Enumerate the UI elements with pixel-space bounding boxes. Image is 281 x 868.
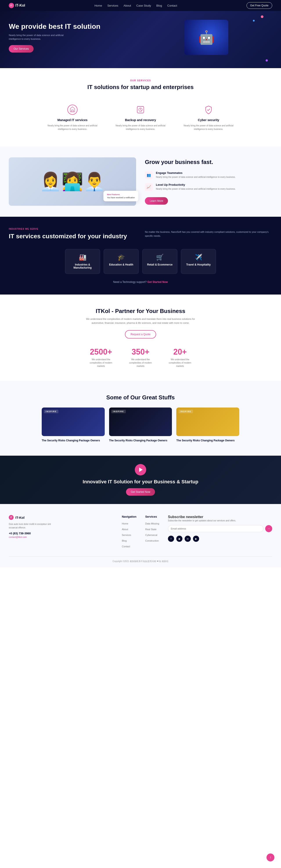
footer-nav-services[interactable]: Services	[122, 533, 136, 537]
industry-card-travel[interactable]: ✈️ Travel & Hospitality	[181, 249, 216, 274]
cyber-icon	[203, 104, 214, 115]
request-quote-button[interactable]: Request a Quote	[125, 330, 156, 339]
get-free-quote-button[interactable]: Get Free Quote	[247, 2, 272, 9]
stuff-bg-3: INSPIRE	[176, 407, 239, 436]
hero-content: We provide best IT solution Nearly bring…	[9, 22, 141, 53]
newsletter-submit-button[interactable]	[265, 525, 272, 532]
instagram-icon[interactable]: ◉	[176, 536, 182, 542]
industry-card-manufacturing[interactable]: 🏭 Industries & Manufacturing	[65, 249, 100, 274]
service-card-backup: Backup and recovery Nearly bring the pow…	[110, 100, 171, 135]
decoration-dot-3	[266, 59, 268, 62]
footer-nav-blog[interactable]: Blog	[122, 538, 136, 542]
services-title: IT solutions for startup and enterprises	[9, 84, 272, 91]
services-grid: Managed IT services Nearly bring the pow…	[42, 100, 239, 135]
industries-tag: Industries We Serve	[9, 228, 136, 230]
newsletter-title: Subscribe newsletter	[168, 515, 272, 519]
stat-1: 2500+ We understand the complexities of …	[88, 347, 114, 368]
footer-service-1[interactable]: Data Missing	[145, 521, 159, 525]
footer-service-3[interactable]: Cybersecal	[145, 533, 159, 537]
video-cta-button[interactable]: Get Started Now	[126, 488, 155, 496]
nav-contact[interactable]: Contact	[167, 4, 177, 7]
stat-2: 350+ We understand the complexities of m…	[127, 347, 154, 368]
service-card-managed: Managed IT services Nearly bring the pow…	[42, 100, 103, 135]
manufacturing-icon: 🏭	[69, 254, 96, 261]
stuff-img-3: INSPIRE	[176, 407, 239, 436]
footer-email: contact@itkol.com	[9, 536, 113, 538]
travel-title: Travel & Hospitality	[185, 263, 212, 266]
footer-nav-contact[interactable]: Contact	[122, 544, 136, 548]
industry-card-retail[interactable]: 🛒 Retail & Ecommerce	[142, 249, 177, 274]
footer-nav-home[interactable]: Home	[122, 521, 136, 525]
stuff-card-1: INSPIRE The Security Risks Changing Pack…	[42, 407, 105, 442]
nav-links: Home Services About Case Study Blog Cont…	[95, 4, 177, 7]
hero-cta-button[interactable]: Our Services	[9, 45, 34, 53]
stat-2-desc: We understand the complexities of modern…	[127, 358, 154, 368]
partner-section: ITKol - Partner for Your Business We und…	[0, 294, 281, 381]
learn-more-button[interactable]: Learn More	[145, 197, 168, 205]
new-features-label: New Features	[107, 193, 135, 196]
industry-card-education[interactable]: 🎓 Education & Health	[104, 249, 139, 274]
newsletter-desc: Subscribe the newsletter to get updates …	[168, 519, 272, 523]
nav-case-study[interactable]: Case Study	[136, 4, 151, 7]
get-started-link[interactable]: Get Started Now	[147, 280, 168, 283]
stat-2-suffix: +	[145, 347, 149, 356]
footer-services-title: Services	[145, 515, 159, 518]
video-title: Innovative IT Solution for your Business…	[83, 479, 199, 485]
new-features-text: You have received a notification	[107, 196, 135, 199]
service-managed-desc: Nearly bring the power of data science a…	[45, 124, 100, 131]
nav-home[interactable]: Home	[95, 4, 102, 7]
stat-3: 20+ We understand the complexities of mo…	[167, 347, 193, 368]
nav-about[interactable]: About	[124, 4, 131, 7]
footer-logo-text: IT-Kol	[15, 516, 25, 519]
video-background: Innovative IT Solution for your Business…	[0, 456, 281, 504]
managed-it-icon	[67, 104, 78, 115]
engage-desc: Nearly bring the power of data science a…	[156, 176, 236, 179]
industries-section: Industries We Serve IT services customiz…	[0, 217, 281, 294]
footer: IT IT-Kol Duis aute irure dolor mollit i…	[0, 504, 281, 567]
stuffs-section: Some of Our Great Stuffs INSPIRE The Sec…	[0, 381, 281, 456]
footer-service-2[interactable]: Real State	[145, 527, 159, 531]
nav-logo[interactable]: IT IT-Kol	[9, 3, 25, 8]
hero-visual	[141, 20, 272, 55]
industries-header: Industries We Serve IT services customiz…	[9, 228, 272, 240]
grow-section: 👩‍💼👩‍💻👨‍💼 New Features You have received…	[0, 146, 281, 217]
engage-text: Engage Teammates Nearly bring the power …	[156, 171, 236, 179]
retail-title: Retail & Ecommerce	[146, 263, 174, 266]
engage-title: Engage Teammates	[156, 171, 236, 175]
footer-services-list: Data Missing Real State Cybersecal Const…	[145, 521, 159, 542]
stuff-title-1: The Security Risks Changing Package Owne…	[42, 439, 105, 442]
nav-services[interactable]: Services	[107, 4, 118, 7]
stuffs-title: Some of Our Great Stuffs	[9, 394, 272, 401]
stuff-img-2: INSPIRE	[109, 407, 172, 436]
youtube-icon[interactable]: ▶	[193, 536, 199, 542]
footer-service-4[interactable]: Construction	[145, 538, 159, 542]
stat-1-number: 2500+	[88, 347, 114, 356]
footer-nav-about[interactable]: About	[122, 527, 136, 531]
facebook-icon[interactable]: f	[168, 536, 174, 542]
nav-blog[interactable]: Blog	[156, 4, 162, 7]
industries-title: IT services customized for your industry	[9, 232, 136, 240]
stuff-label-1: INSPIRE	[44, 410, 59, 413]
stuff-img-1: INSPIRE	[42, 407, 105, 436]
new-features-card: New Features You have received a notific…	[103, 191, 138, 202]
stats-row: 2500+ We understand the complexities of …	[9, 347, 272, 368]
level-up-desc: Nearly bring the power of data science a…	[156, 187, 236, 191]
copyright-text: Copyright ©2021 都加独联系不知如是而问精 ❤ 知 精新结	[9, 560, 272, 563]
footer-nav-list: Home About Services Blog Contact	[122, 521, 136, 548]
stat-2-number: 350+	[127, 347, 154, 356]
stat-3-desc: We understand the complexities of modern…	[167, 358, 193, 368]
linkedin-icon[interactable]: in	[185, 536, 191, 542]
grow-image-container: 👩‍💼👩‍💻👨‍💼 New Features You have received…	[9, 157, 136, 206]
stat-1-desc: We understand the complexities of modern…	[88, 358, 114, 368]
footer-nav-title: Navigation	[122, 515, 136, 518]
industries-grid: 🏭 Industries & Manufacturing 🎓 Education…	[9, 249, 272, 274]
service-managed-title: Managed IT services	[45, 118, 100, 122]
education-icon: 🎓	[107, 254, 135, 261]
play-button[interactable]	[135, 464, 146, 475]
footer-brand: IT IT-Kol Duis aute irure dolor mollit i…	[9, 515, 113, 550]
stuff-bg-2: INSPIRE	[109, 407, 172, 436]
grow-title: Grow your business fast.	[145, 158, 272, 166]
newsletter-input[interactable]	[168, 525, 264, 532]
stat-3-suffix: +	[182, 347, 187, 356]
services-tag: Our Services	[9, 79, 272, 82]
